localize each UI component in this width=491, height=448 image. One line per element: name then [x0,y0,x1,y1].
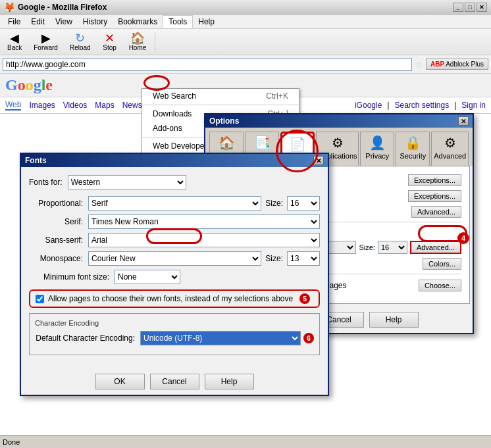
fonts-help-button[interactable]: Help [205,374,254,389]
allow-pages-checkbox[interactable] [36,295,44,303]
fonts-close-button[interactable]: ✕ [313,156,324,165]
allow-pages-label: Allow pages to choose their own fonts, i… [48,294,293,303]
privacy-icon: 👤 [369,135,386,151]
menu-history[interactable]: History [78,16,113,28]
menu-web-search[interactable]: Web Search Ctrl+K [142,89,299,103]
advanced-icon: ⚙ [444,135,456,151]
choose-btn[interactable]: Choose... [419,280,461,291]
monospace-row: Monospace: Courier New Size: 13 [29,251,320,266]
sans-serif-select[interactable]: Arial [88,233,320,247]
fonts-cancel-button[interactable]: Cancel [150,374,199,389]
sans-serif-label: Sans-serif: [29,236,88,245]
nav-sign-in[interactable]: Sign in [461,101,486,110]
home-label: Home [129,44,147,51]
maximize-button[interactable]: □ [465,3,475,12]
nav-images[interactable]: Images [29,101,55,110]
tab-privacy[interactable]: 👤 Privacy [360,132,394,166]
nav-web[interactable]: Web [5,100,21,111]
home-button[interactable]: 🏠 Home [124,30,151,53]
monospace-select[interactable]: Courier New [88,251,261,266]
monospace-size-select[interactable]: 13 [287,251,320,266]
tabs-icon: 📑 [254,135,271,151]
nav-separator1: | [387,101,389,110]
menu-bookmarks[interactable]: Bookmarks [113,16,163,28]
tab-security-label: Security [400,152,426,160]
minimize-button[interactable]: _ [453,3,463,12]
monospace-label: Monospace: [29,254,88,263]
advanced-content-btn[interactable]: Advanced... [411,206,461,218]
proportional-size-select[interactable]: 16 [287,196,320,211]
status-text: Done [3,438,20,446]
colors-btn[interactable]: Colors... [423,258,461,270]
menu-edit[interactable]: Edit [26,16,50,28]
options-close-button[interactable]: ✕ [458,116,469,126]
min-font-select[interactable]: None [115,270,180,284]
proportional-label: Proportional: [29,199,88,208]
exceptions-btn-2[interactable]: Exceptions... [408,190,461,202]
serif-label: Serif: [29,217,88,226]
forward-button[interactable]: ▶ Forward [29,30,63,53]
nav-maps[interactable]: Maps [95,101,114,110]
serif-select[interactable]: Times New Roman [88,214,320,229]
stop-button[interactable]: ✕ Stop [98,30,122,53]
fonts-ok-button[interactable]: OK [95,374,145,389]
sans-serif-row: Sans-serif: Arial [29,233,320,247]
back-icon: ◀ [10,32,19,44]
back-label: Back [7,44,22,51]
content-icon: 📄 [290,136,306,152]
options-help-button[interactable]: Help [369,312,419,328]
menu-help[interactable]: Help [193,16,220,28]
stop-label: Stop [103,44,116,51]
fonts-for-select[interactable]: Western [68,175,186,189]
address-bar: ☆ ABP Adblock Plus [0,55,491,74]
fonts-content: Fonts for: Western Proportional: Serif S… [21,167,328,368]
back-button[interactable]: ◀ Back [3,30,26,53]
menu-file[interactable]: File [3,16,26,28]
proportional-row: Proportional: Serif Size: 16 [29,196,320,211]
advanced-fonts-btn[interactable]: Advanced... [410,241,461,254]
nav-igoogle[interactable]: iGoogle [355,101,382,110]
nav-news[interactable]: News [122,101,142,110]
nav-videos[interactable]: Videos [63,101,87,110]
nav-separator2: | [454,101,456,110]
encoding-select[interactable]: Unicode (UTF-8) [140,331,301,345]
tab-advanced[interactable]: ⚙ Advanced [431,132,469,166]
reload-button[interactable]: ↻ Reload [65,30,95,53]
forward-icon: ▶ [41,32,51,44]
allow-pages-row: Allow pages to choose their own fonts, i… [29,289,320,308]
toolbar-separator [155,32,155,52]
window-title: Google - Mozilla Firefox [18,3,107,12]
address-input[interactable] [3,58,412,71]
browser-icon: 🦊 [4,2,15,12]
font-size-select[interactable]: 16 [378,241,407,254]
google-logo: Google [5,76,53,94]
close-button[interactable]: ✕ [477,3,487,12]
reload-label: Reload [70,44,91,51]
adblock-label: Adblock Plus [446,61,484,68]
menu-tools[interactable]: Tools [163,15,193,28]
fonts-buttons: OK Cancel Help [21,368,328,395]
exceptions-btn-1[interactable]: Exceptions... [408,174,461,186]
tab-advanced-label: Advanced [434,152,466,160]
encoding-group: Character Encoding Default Character Enc… [29,313,320,355]
stop-icon: ✕ [105,32,115,44]
proportional-select[interactable]: Serif [88,196,261,211]
adblock-button[interactable]: ABP Adblock Plus [426,59,488,70]
fonts-title-bar: Fonts ✕ [21,154,328,167]
menu-view[interactable]: View [50,16,78,28]
mono-size-label: Size: [261,254,287,263]
google-nav-right: iGoogle | Search settings | Sign in [355,101,486,110]
encoding-label: Default Character Encoding: [35,334,140,343]
star-icon: ☆ [415,59,423,70]
serif-row: Serif: Times New Roman [29,214,320,229]
tab-security[interactable]: 🔒 Security [396,132,430,166]
fonts-for-row: Fonts for: Western [29,175,320,189]
nav-search-settings[interactable]: Search settings [394,101,449,110]
options-title-bar: Options ✕ [205,114,473,128]
annotation-6: 6 [303,333,314,343]
adblock-icon: ABP [430,61,444,68]
fonts-title: Fonts [25,156,47,165]
tab-privacy-label: Privacy [365,152,389,160]
min-font-label: Minimum font size: [29,272,115,282]
status-bar: Done [0,435,491,448]
